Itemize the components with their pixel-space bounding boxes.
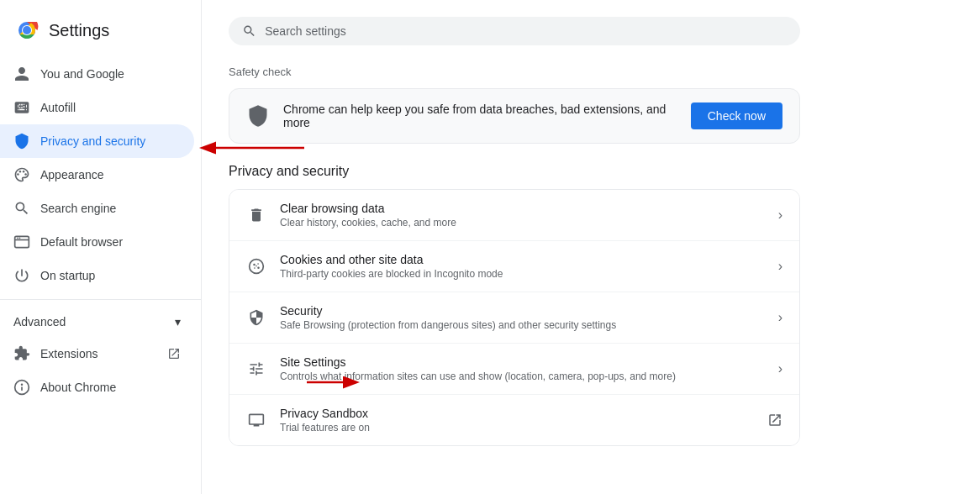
sliders-icon	[246, 359, 266, 379]
security-text: Security Safe Browsing (protection from …	[280, 304, 765, 331]
svg-point-21	[254, 267, 256, 269]
external-link-arrow-icon	[767, 413, 782, 428]
svg-rect-8	[15, 236, 29, 247]
privacy-sandbox-row[interactable]: Privacy Sandbox Trial features are on	[229, 395, 799, 445]
cookies-subtitle: Third-party cookies are blocked in Incog…	[280, 268, 765, 280]
search-bar[interactable]	[229, 17, 800, 45]
person-icon	[13, 66, 30, 82]
svg-point-22	[256, 265, 257, 267]
site-settings-row[interactable]: Site Settings Controls what information …	[229, 344, 799, 395]
sidebar-item-autofill[interactable]: Autofill	[0, 91, 194, 124]
sidebar-item-appearance[interactable]: Appearance	[0, 158, 194, 192]
clear-browsing-data-text: Clear browsing data Clear history, cooki…	[280, 202, 765, 229]
privacy-sandbox-text: Privacy Sandbox Trial features are on	[280, 407, 754, 434]
sidebar-item-privacy-and-security[interactable]: Privacy and security	[0, 124, 194, 158]
privacy-section-title: Privacy and security	[229, 164, 953, 179]
shield-safety-icon	[246, 104, 270, 128]
svg-point-20	[257, 266, 260, 269]
clear-browsing-data-row[interactable]: Clear browsing data Clear history, cooki…	[229, 190, 799, 241]
cookie-icon	[246, 256, 266, 276]
shield-icon	[13, 133, 30, 150]
sidebar-divider	[0, 299, 201, 300]
chrome-circle-icon	[13, 379, 30, 396]
svg-rect-14	[21, 386, 23, 391]
svg-point-18	[253, 264, 256, 266]
startup-icon	[13, 267, 30, 284]
shield-security-icon	[246, 307, 266, 328]
main-content: Safety check Chrome can help keep you sa…	[202, 0, 980, 494]
site-settings-title: Site Settings	[280, 355, 765, 369]
cookies-title: Cookies and other site data	[280, 253, 765, 266]
svg-point-11	[19, 238, 21, 239]
sidebar-item-label: Autofill	[40, 101, 76, 114]
site-settings-subtitle: Controls what information sites can use …	[280, 370, 765, 382]
search-icon	[242, 24, 256, 39]
privacy-settings-card: Clear browsing data Clear history, cooki…	[229, 189, 800, 446]
sidebar-item-about-chrome[interactable]: About Chrome	[0, 370, 194, 404]
chrome-logo-icon	[13, 17, 40, 44]
svg-point-4	[17, 173, 19, 176]
chevron-right-icon: ›	[778, 208, 782, 223]
app-title: Settings	[49, 21, 109, 40]
trash-icon	[246, 205, 266, 225]
svg-point-3	[23, 26, 31, 34]
chevron-right-icon: ›	[778, 259, 782, 274]
svg-point-10	[17, 238, 18, 239]
sidebar-item-label: About Chrome	[40, 381, 116, 394]
sidebar-item-default-browser[interactable]: Default browser	[0, 225, 194, 259]
svg-point-19	[257, 263, 259, 265]
chevron-right-icon: ›	[778, 361, 782, 376]
safety-check-label: Safety check	[229, 66, 953, 78]
sidebar-item-label: Appearance	[40, 168, 104, 181]
svg-point-7	[24, 173, 27, 176]
search-icon	[13, 200, 30, 217]
sandbox-icon	[246, 410, 266, 430]
autofill-icon	[13, 99, 30, 116]
sidebar: Settings You and Google Autofill Privacy…	[0, 0, 202, 494]
privacy-sandbox-subtitle: Trial features are on	[280, 422, 754, 434]
privacy-sandbox-title: Privacy Sandbox	[280, 407, 754, 420]
security-title: Security	[280, 304, 765, 318]
sidebar-item-search-engine[interactable]: Search engine	[0, 192, 194, 225]
sidebar-item-label: You and Google	[40, 67, 124, 81]
chevron-down-icon: ▾	[175, 315, 181, 328]
browser-icon	[13, 234, 30, 250]
sidebar-item-on-startup[interactable]: On startup	[0, 259, 194, 292]
sidebar-item-label: Extensions	[40, 347, 97, 360]
sidebar-item-label: On startup	[40, 269, 95, 282]
sidebar-item-you-and-google[interactable]: You and Google	[0, 57, 194, 91]
clear-browsing-data-subtitle: Clear history, cookies, cache, and more	[280, 217, 765, 229]
cookies-site-data-row[interactable]: Cookies and other site data Third-party …	[229, 241, 799, 292]
svg-point-13	[21, 383, 24, 386]
advanced-label: Advanced	[13, 315, 66, 328]
check-now-button[interactable]: Check now	[691, 102, 782, 129]
security-row[interactable]: Security Safe Browsing (protection from …	[229, 292, 799, 344]
sidebar-item-extensions[interactable]: Extensions	[0, 337, 194, 370]
sidebar-item-label: Default browser	[40, 235, 123, 249]
site-settings-text: Site Settings Controls what information …	[280, 355, 765, 382]
sidebar-item-label: Privacy and security	[40, 134, 145, 148]
chevron-right-icon: ›	[778, 310, 782, 325]
svg-point-6	[23, 171, 25, 173]
app-header: Settings	[0, 10, 201, 57]
appearance-icon	[13, 166, 30, 183]
svg-point-5	[19, 171, 22, 173]
sidebar-item-label: Search engine	[40, 202, 116, 215]
clear-browsing-data-title: Clear browsing data	[280, 202, 765, 215]
security-subtitle: Safe Browsing (protection from dangerous…	[280, 319, 765, 331]
external-link-icon	[167, 347, 181, 360]
cookies-site-data-text: Cookies and other site data Third-party …	[280, 253, 765, 280]
search-input[interactable]	[265, 24, 787, 38]
puzzle-icon	[13, 345, 30, 362]
safety-check-description: Chrome can help keep you safe from data …	[283, 102, 677, 129]
safety-check-card: Chrome can help keep you safe from data …	[229, 88, 800, 144]
advanced-section[interactable]: Advanced ▾	[0, 307, 194, 337]
